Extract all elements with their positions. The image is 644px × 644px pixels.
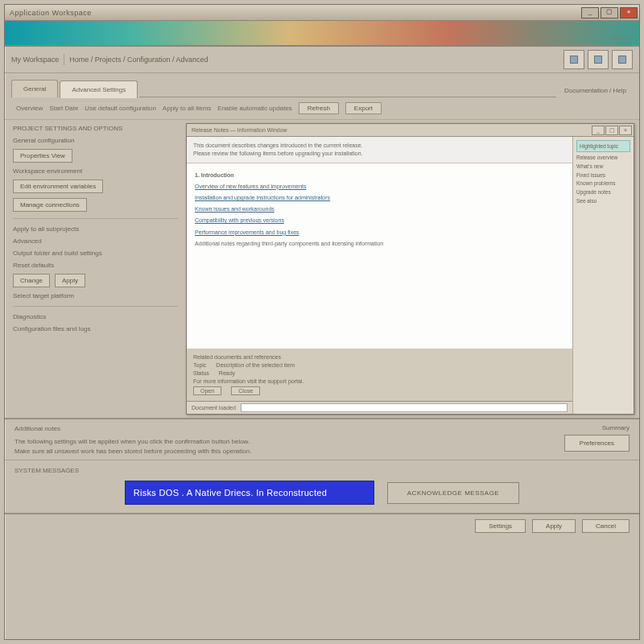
main-toolbar: My Workspace Home / Projects / Configura…: [5, 47, 639, 73]
field-label: General configuration: [13, 137, 178, 144]
inner-statusbar: Document loaded: [187, 401, 572, 414]
subbar-item[interactable]: Overview: [16, 105, 43, 112]
lower-key: Status: [193, 370, 209, 376]
content-link[interactable]: Performance improvements and bug fixes: [195, 228, 564, 237]
tab-advanced[interactable]: Advanced Settings: [60, 80, 138, 98]
system-message-banner: Risks DOS . A Native Driecs. In Reconstr…: [125, 481, 374, 505]
field-label: Workspace environment: [13, 167, 178, 175]
close-button[interactable]: ×: [620, 7, 638, 19]
inner-body: This document describes changes introduc…: [187, 137, 634, 414]
field-label: Reset defaults: [13, 262, 178, 269]
lower-key: Topic: [193, 362, 206, 368]
grid-icon: [570, 56, 578, 64]
main-window: Application Workspace _ ▢ × Options My W…: [4, 4, 640, 640]
content-link[interactable]: Compatibility with previous versions: [195, 216, 564, 225]
header-banner: Options: [5, 21, 639, 47]
divider: [13, 218, 178, 219]
summary-label: Summary: [602, 424, 630, 431]
left-panel: PROJECT SETTINGS AND OPTIONS General con…: [5, 120, 186, 418]
list-icon: [594, 56, 602, 64]
apply-left-button[interactable]: Apply: [55, 274, 85, 287]
inner-max-button[interactable]: ▢: [605, 126, 618, 135]
info-label: Additional notes: [14, 424, 558, 434]
content-link[interactable]: Overview of new features and improvement…: [195, 182, 564, 191]
info-line: The following settings will be applied w…: [14, 437, 558, 447]
sidebar-highlight[interactable]: Highlighted topic: [576, 140, 630, 152]
inner-titlebar: Release Notes — Information Window _ ▢ ×: [187, 124, 634, 137]
inner-title-text: Release Notes — Information Window: [192, 127, 287, 133]
info-line: Make sure all unsaved work has been stor…: [14, 447, 558, 456]
subbar-item[interactable]: Use default configuration: [85, 105, 156, 112]
inner-dialog: Release Notes — Information Window _ ▢ ×…: [186, 123, 634, 415]
subbar-item[interactable]: Apply to all items: [163, 105, 211, 112]
field-label: Output folder and build settings: [13, 250, 178, 257]
minimize-button[interactable]: _: [581, 7, 599, 19]
toolbar-right-group: [564, 50, 633, 69]
sidebar-item[interactable]: Upgrade notes: [576, 189, 630, 196]
tab-strip: General Advanced Settings Documentation …: [5, 73, 639, 97]
settings-button[interactable]: Settings: [475, 519, 526, 533]
sidebar-item[interactable]: See also: [576, 198, 630, 204]
field-label: Diagnostics: [13, 313, 178, 320]
inner-header-line: Please review the following items before…: [193, 150, 566, 158]
window-controls: _ ▢ ×: [581, 7, 638, 19]
inner-window-controls: _ ▢ ×: [592, 126, 632, 135]
content-line: Additional notes regarding third-party c…: [195, 239, 564, 248]
preferences-button[interactable]: Preferences: [564, 435, 630, 452]
sidebar-item[interactable]: Known problems: [576, 180, 630, 187]
change-button[interactable]: Change: [13, 274, 50, 287]
inner-sidebar: Highlighted topic Release overview What'…: [572, 137, 634, 414]
env-vars-button[interactable]: Edit environment variables: [13, 180, 103, 193]
field-label: Apply to all subprojects: [13, 225, 178, 233]
inner-header: This document describes changes introduc…: [187, 137, 572, 163]
inner-close-button[interactable]: ×: [619, 126, 632, 135]
inner-status-field[interactable]: [241, 403, 568, 412]
subbar-item[interactable]: Start Date: [49, 105, 78, 112]
properties-button[interactable]: Properties View: [13, 149, 72, 163]
inner-header-line: This document describes changes introduc…: [193, 142, 566, 150]
apply-button[interactable]: Apply: [532, 519, 576, 533]
banner-corner-link[interactable]: Options: [610, 35, 633, 42]
subbar-item[interactable]: Enable automatic updates: [217, 105, 292, 112]
lower-header: Related documents and references: [193, 354, 566, 360]
acknowledge-button[interactable]: ACKNOWLEDGE MESSAGE: [387, 482, 519, 504]
help-link[interactable]: Documentation / Help: [558, 84, 633, 97]
inner-close-button2[interactable]: Close: [231, 386, 260, 395]
field-label: Select target platform: [13, 292, 178, 299]
inner-min-button[interactable]: _: [592, 126, 605, 135]
main-body: PROJECT SETTINGS AND OPTIONS General con…: [5, 120, 639, 418]
content-link[interactable]: Installation and upgrade instructions fo…: [195, 193, 564, 202]
info-text: Additional notes The following settings …: [14, 424, 558, 456]
sidebar-item[interactable]: Fixed issues: [576, 172, 630, 179]
options-button[interactable]: [612, 50, 633, 69]
inner-content[interactable]: 1. Introduction Overview of new features…: [187, 163, 572, 349]
connections-button[interactable]: Manage connections: [13, 198, 87, 212]
message-row: Risks DOS . A Native Driecs. In Reconstr…: [14, 481, 630, 505]
sidebar-item[interactable]: What's new: [576, 163, 630, 170]
inner-main: This document describes changes introduc…: [187, 137, 572, 414]
sidebar-item[interactable]: Release overview: [576, 155, 630, 161]
field-label: Configuration files and logs: [13, 325, 178, 332]
section-header: PROJECT SETTINGS AND OPTIONS: [13, 125, 178, 132]
view-mode-button[interactable]: [564, 50, 584, 69]
divider: [13, 306, 178, 307]
cancel-button[interactable]: Cancel: [582, 519, 630, 533]
refresh-button[interactable]: Refresh: [299, 102, 339, 114]
maximize-button[interactable]: ▢: [601, 7, 618, 19]
tab-general[interactable]: General: [11, 80, 58, 97]
lower-value: Description of the selected item: [216, 362, 295, 368]
info-section: Additional notes The following settings …: [5, 418, 639, 460]
breadcrumb[interactable]: Home / Projects / Configuration / Advanc…: [69, 56, 208, 64]
inner-open-button[interactable]: Open: [193, 386, 221, 395]
list-mode-button[interactable]: [588, 50, 609, 69]
content-link[interactable]: Known issues and workarounds: [195, 204, 564, 213]
sub-toolbar: Overview Start Date Use default configur…: [5, 97, 639, 120]
tab-spacer: [139, 97, 556, 97]
info-right: Summary Preferences: [564, 424, 630, 452]
message-section: SYSTEM MESSAGES Risks DOS . A Native Dri…: [5, 460, 639, 513]
toolbar-title: My Workspace: [11, 56, 59, 64]
titlebar: Application Workspace _ ▢ ×: [5, 5, 639, 21]
export-button[interactable]: Export: [345, 102, 382, 114]
message-header: SYSTEM MESSAGES: [14, 467, 630, 474]
inner-lower-panel: Related documents and references TopicDe…: [187, 349, 572, 401]
